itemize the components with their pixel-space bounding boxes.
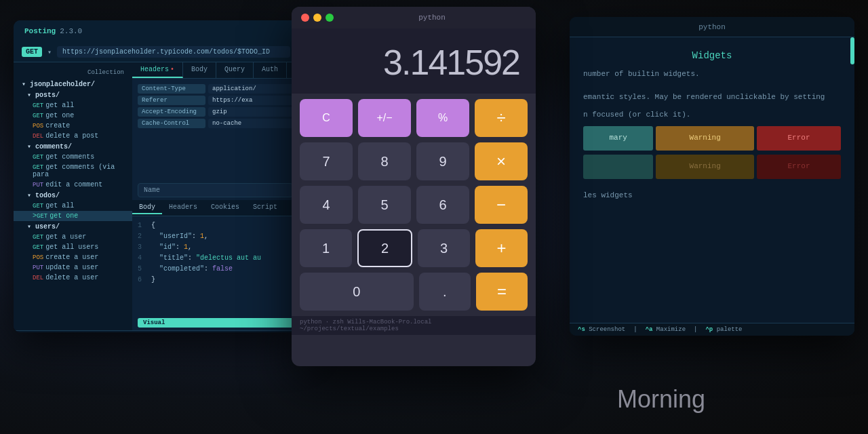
sidebar-item-get-all-todos[interactable]: GETget all (14, 201, 132, 211)
visual-button[interactable]: Visual (138, 318, 293, 328)
tab-body[interactable]: Body (183, 62, 216, 78)
sidebar-item-get-one-post[interactable]: GETget one (14, 111, 132, 121)
sidebar-item-delete-post[interactable]: DELdelete a post (14, 131, 132, 141)
calc-title: python (338, 14, 526, 22)
widget-row-2: Warning Error (583, 155, 841, 179)
calc-display: 3.141592 (292, 28, 536, 94)
method-dropdown-arrow[interactable]: ▾ (47, 48, 52, 56)
calc-btn-divide[interactable]: ÷ (475, 99, 528, 137)
sidebar-item-edit-comment[interactable]: PUTedit a comment (14, 180, 132, 190)
posting-toolbar: GET ▾ https://jsonplaceholder.typicode.c… (14, 42, 298, 62)
sidebar-item-get-one-todo[interactable]: >GETget one (14, 211, 132, 221)
footer-screenshot[interactable]: ^s Screenshot (578, 326, 625, 333)
tab-headers[interactable]: Headers• (132, 62, 183, 78)
close-icon[interactable] (301, 14, 309, 22)
calc-status-text: python · zsh Wills-MacBook-Pro.local ~/p… (300, 319, 528, 332)
sidebar-folder-posts[interactable]: ▾ posts/ (14, 90, 132, 100)
sidebar-item-get-all-users[interactable]: GETget all users (14, 242, 132, 252)
calc-btn-0[interactable]: 0 (300, 273, 414, 311)
sidebar-folder-comments[interactable]: ▾ comments/ (14, 141, 132, 152)
method-badge[interactable]: GET (22, 47, 42, 57)
body-tabs: Body Headers Cookies Script (132, 200, 298, 216)
calc-btn-percent[interactable]: % (416, 99, 469, 137)
tab-auth[interactable]: Auth (254, 62, 287, 78)
sidebar-folder-jsonplaceholder[interactable]: ▾ jsonplaceholder/ (14, 79, 132, 90)
footer-palette[interactable]: ^p palette (705, 326, 742, 333)
body-tab-cookies[interactable]: Cookies (204, 201, 246, 214)
textual-scrollbar[interactable] (850, 37, 854, 64)
header-row-2: Referer https://exa (138, 96, 293, 105)
header-row-4: Cache-Control no-cache (138, 119, 293, 128)
textual-footer: ^s Screenshot | ^a Maximize | ^p palette (570, 323, 854, 336)
calc-btn-8[interactable]: 8 (358, 142, 411, 180)
maximize-icon[interactable] (326, 14, 334, 22)
footer-maximize[interactable]: ^a Maximize (646, 326, 686, 333)
posting-sidebar: Collection ▾ jsonplaceholder/ ▾ posts/ G… (14, 62, 132, 330)
calc-btn-1[interactable]: 1 (300, 229, 352, 267)
calc-btn-subtract[interactable]: − (475, 186, 528, 224)
name-field[interactable]: Name (138, 183, 293, 197)
sidebar-item-update-user[interactable]: PUTupdate a user (14, 262, 132, 273)
textual-text2: n focused (or click it). (583, 109, 841, 121)
calc-row-3: 4 5 6 − (300, 186, 528, 224)
header-row-3: Accept-Encoding gzip (138, 107, 293, 117)
posting-main: Collection ▾ jsonplaceholder/ ▾ posts/ G… (14, 62, 298, 330)
minimize-icon[interactable] (313, 14, 321, 22)
calc-btn-6[interactable]: 6 (416, 186, 469, 224)
calc-row-5: 0 . = (300, 273, 528, 311)
calc-row-4: 1 2 3 + (300, 229, 528, 267)
calc-btn-2[interactable]: 2 (357, 229, 412, 267)
widget-row-1: mary Warning Error (583, 126, 841, 151)
textual-text1: emantic styles. May be rendered unclicka… (583, 92, 841, 104)
header-key-accept-encoding: Accept-Encoding (138, 107, 205, 117)
sidebar-item-create-post[interactable]: POScreate (14, 121, 132, 131)
calc-btn-multiply[interactable]: × (475, 142, 528, 180)
header-key-cache-control: Cache-Control (138, 119, 205, 128)
sidebar-item-get-all-posts[interactable]: GETget all (14, 100, 132, 111)
calc-btn-add[interactable]: + (475, 229, 528, 267)
textual-window: python Widgets number of builtin widgets… (570, 17, 854, 336)
code-area: 1{ 2 "userId": 1, 3 "id": 1, 4 "title": … (132, 216, 298, 315)
header-val-referer: https://exa (208, 96, 293, 105)
body-tab-script[interactable]: Script (246, 201, 284, 214)
morning-label: Morning (617, 385, 705, 414)
calc-titlebar: python (292, 7, 536, 28)
calc-row-1: C +/− % ÷ (300, 99, 528, 137)
sidebar-folder-users[interactable]: ▾ users/ (14, 221, 132, 232)
widget-primary-1: mary (583, 126, 653, 151)
calc-btn-decimal[interactable]: . (419, 273, 471, 311)
textual-content: Widgets number of builtin widgets. emant… (570, 37, 854, 216)
calc-btn-7[interactable]: 7 (300, 142, 353, 180)
sidebar-item-delete-user[interactable]: DELdelete a user (14, 273, 132, 283)
calc-btn-clear[interactable]: C (300, 99, 353, 137)
calc-number: 3.141592 (308, 42, 519, 83)
calc-row-2: 7 8 9 × (300, 142, 528, 180)
calc-btn-equals[interactable]: = (476, 273, 528, 311)
textual-heading: Widgets (583, 48, 841, 63)
calc-buttons: C +/− % ÷ 7 8 9 × 4 5 6 − 1 2 3 + 0 . (292, 94, 536, 316)
url-input[interactable]: https://jsonplaceholder.typicode.com/tod… (57, 46, 290, 58)
body-tab-headers[interactable]: Headers (162, 201, 204, 214)
widget-primary-2 (583, 155, 653, 179)
body-tab-body[interactable]: Body (132, 201, 162, 214)
posting-app-name: Posting (24, 27, 56, 35)
sidebar-item-get-comments-via[interactable]: GETget comments (via para (14, 162, 132, 180)
header-val-accept-encoding: gzip (208, 107, 293, 117)
calc-btn-5[interactable]: 5 (358, 186, 411, 224)
sidebar-folder-todos[interactable]: ▾ todos/ (14, 190, 132, 201)
sidebar-item-get-user[interactable]: GETget a user (14, 232, 132, 242)
calc-status-bar: python · zsh Wills-MacBook-Pro.local ~/p… (292, 316, 536, 335)
textual-titlebar: python (570, 17, 854, 37)
calc-btn-3[interactable]: 3 (418, 229, 470, 267)
posting-window: Posting 2.3.0 GET ▾ https://jsonplacehol… (14, 20, 298, 332)
textual-text3: les widgets (583, 190, 841, 202)
sidebar-item-create-user[interactable]: POScreate a user (14, 252, 132, 262)
tab-query[interactable]: Query (216, 62, 254, 78)
header-val-content-type: application/ (208, 84, 293, 94)
calc-btn-negate[interactable]: +/− (358, 99, 411, 137)
calc-btn-4[interactable]: 4 (300, 186, 353, 224)
collection-label: Collection (14, 68, 132, 79)
calc-btn-9[interactable]: 9 (416, 142, 469, 180)
widget-error-2: Error (757, 155, 841, 179)
sidebar-item-get-comments[interactable]: GETget comments (14, 152, 132, 162)
